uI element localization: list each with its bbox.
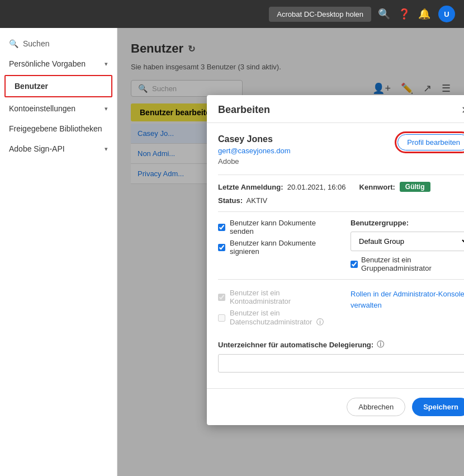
main-layout: 🔍 Suchen Persönliche Vorgaben ▾ Benutzer… [0, 28, 464, 476]
group-admin-label: Benutzer ist ein Gruppenadministrator [361, 256, 464, 272]
profil-bearbeiten-button[interactable]: Profil bearbeiten [397, 134, 464, 150]
sidebar-item-persoenliche-vorgaben[interactable]: Persönliche Vorgaben ▾ [0, 54, 117, 74]
modal-title: Bearbeiten [218, 104, 270, 116]
sidebar-search[interactable]: 🔍 Suchen [0, 34, 117, 54]
search-icon: 🔍 [9, 39, 18, 48]
checkbox-sign-label: Benutzer kann Dokumente signieren [230, 239, 337, 256]
group-admin-check: Benutzer ist ein Gruppenadministrator [351, 256, 464, 272]
cancel-button[interactable]: Abbrechen [347, 398, 405, 416]
letzte-anmeldung-label: Letzte Anmeldung: 20.01.2021, 16:06 [218, 183, 346, 191]
save-button[interactable]: Speichern [412, 398, 464, 416]
modal-body: Casey Jones gert@caseyjones.dom Adobe Pr… [207, 123, 464, 384]
info-row: Letzte Anmeldung: 20.01.2021, 16:06 Kenn… [218, 182, 464, 192]
modal-header: Bearbeiten ✕ [207, 95, 464, 123]
konto-admin-row: Benutzer ist ein Kontoadministrator [218, 289, 337, 305]
group-admin-checkbox[interactable] [351, 261, 358, 268]
user-company: Adobe [218, 157, 291, 166]
chevron-down-icon: ▾ [105, 145, 108, 153]
sidebar-item-adobe-sign-api[interactable]: Adobe Sign-API ▾ [0, 139, 117, 159]
acrobat-btn[interactable]: Acrobat DC-Desktop holen [269, 7, 371, 22]
group-select[interactable]: Default Group [351, 232, 464, 251]
user-full-name: Casey Jones [218, 134, 291, 144]
bell-icon[interactable]: 🔔 [418, 8, 430, 20]
kennwort-info: Kennwort: Gültig [359, 182, 430, 192]
user-email: gert@caseyjones.dom [218, 147, 291, 155]
status-row: Status: AKTIV [218, 196, 464, 205]
datenschutz-label: Benutzer ist ein Datenschutzadministrato… [230, 309, 337, 327]
sidebar-item-benutzer[interactable]: Benutzer [4, 75, 112, 97]
header-icons: 🔍 ❓ 🔔 U [378, 6, 455, 22]
datenschutz-row: Benutzer ist ein Datenschutzadministrato… [218, 309, 337, 327]
close-button[interactable]: ✕ [461, 105, 464, 115]
col-left: Benutzer kann Dokumente senden Benutzer … [218, 219, 337, 272]
checkbox-send-label: Benutzer kann Dokumente senden [230, 219, 337, 235]
checkbox-send: Benutzer kann Dokumente senden [218, 219, 337, 235]
sidebar-search-label: Suchen [23, 39, 49, 48]
rollen-link[interactable]: Rollen in der Administrator-Konsole verw… [351, 290, 464, 309]
chevron-down-icon: ▾ [105, 105, 108, 112]
checkbox-send-input[interactable] [218, 224, 225, 231]
chevron-down-icon: ▾ [105, 60, 108, 68]
konto-admin-checkbox [218, 294, 225, 301]
modal-dialog: Bearbeiten ✕ Casey Jones gert@caseyjones… [207, 95, 464, 425]
top-header: Acrobat DC-Desktop holen 🔍 ❓ 🔔 U [0, 0, 464, 28]
checkbox-sign: Benutzer kann Dokumente signieren [218, 239, 337, 256]
rollen-link-col: Rollen in der Administrator-Konsole verw… [351, 289, 464, 331]
delegierung-section: Unterzeichner für automatische Delegieru… [218, 340, 464, 373]
group-label: Benutzergruppe: [351, 219, 464, 227]
checkbox-sign-input[interactable] [218, 244, 225, 251]
sidebar-item-kontoeinstellungen[interactable]: Kontoeinstellungen ▾ [0, 98, 117, 119]
konto-admin-label: Benutzer ist ein Kontoadministrator [230, 289, 337, 305]
col-right: Benutzergruppe: Default Group Benutzer i… [351, 219, 464, 272]
delegierung-input[interactable] [218, 354, 464, 373]
help-icon[interactable]: ❓ [398, 8, 410, 20]
avatar[interactable]: U [438, 6, 455, 22]
user-info-row: Casey Jones gert@caseyjones.dom Adobe Pr… [218, 134, 464, 166]
user-info-left: Casey Jones gert@caseyjones.dom Adobe [218, 134, 291, 166]
delegierung-label: Unterzeichner für automatische Delegieru… [218, 340, 464, 350]
sidebar-item-freigegebene-bibliotheken[interactable]: Freigegebene Bibliotheken [0, 119, 117, 139]
datenschutz-checkbox [218, 314, 225, 322]
sidebar: 🔍 Suchen Persönliche Vorgaben ▾ Benutzer… [0, 28, 117, 476]
disabled-section: Benutzer ist ein Kontoadministrator Benu… [218, 289, 464, 331]
two-col: Benutzer kann Dokumente senden Benutzer … [218, 219, 464, 272]
kennwort-badge: Gültig [400, 182, 430, 192]
content-area: Benutzer ↻ Sie haben insgesamt 3 Benutze… [117, 28, 464, 476]
disabled-checkboxes: Benutzer ist ein Kontoadministrator Benu… [218, 289, 337, 331]
modal-footer: Abbrechen Speichern [207, 388, 464, 425]
search-icon[interactable]: 🔍 [378, 8, 390, 20]
